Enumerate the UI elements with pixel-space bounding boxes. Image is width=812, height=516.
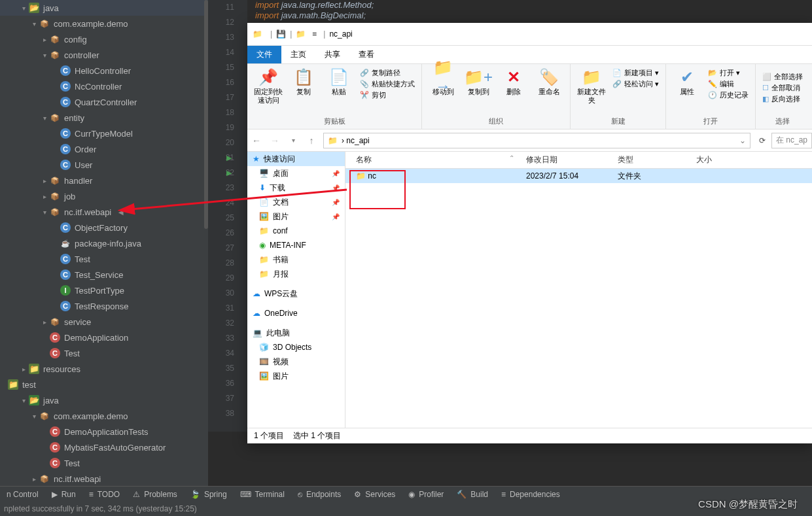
- tree-package-service[interactable]: ▸service: [0, 314, 208, 330]
- tree-package-ncitf2[interactable]: ▸nc.itf.webapi: [0, 471, 208, 487]
- tree-class[interactable]: Test_Service: [0, 267, 208, 283]
- tree-interface[interactable]: TestPortType: [0, 283, 208, 298]
- select-all-button[interactable]: ⬜全部选择: [762, 72, 803, 82]
- copy-to-button[interactable]: 📁+复制到: [461, 67, 495, 96]
- tree-class[interactable]: DemoApplication: [0, 330, 208, 345]
- nav-pictures[interactable]: 🖼️图片📌: [247, 209, 345, 224]
- tree-package-demo[interactable]: ▾com.example.demo: [0, 16, 208, 31]
- nav-desktop[interactable]: 🖥️桌面📌: [247, 166, 345, 181]
- tree-package-ncitf[interactable]: ▾nc.itf.webapi◄: [0, 204, 208, 220]
- tree-class[interactable]: NcController: [0, 78, 208, 94]
- nav-this-pc[interactable]: 💻此电脑: [247, 326, 345, 340]
- nav-pictures[interactable]: 🖼️图片: [247, 369, 345, 383]
- nav-downloads[interactable]: ⬇下载📌: [247, 181, 345, 195]
- run-gutter-icon[interactable]: ▶: [226, 165, 232, 181]
- tree-package-config[interactable]: ▸config: [0, 31, 208, 47]
- tree-folder-test[interactable]: test: [0, 377, 208, 392]
- properties-button[interactable]: ✔属性: [670, 67, 704, 101]
- path-input[interactable]: › nc_api ⌄: [323, 133, 750, 148]
- tree-package-demo2[interactable]: ▾com.example.demo: [0, 408, 208, 424]
- tree-folder-java2[interactable]: ▾java: [0, 392, 208, 408]
- todo-tab[interactable]: ≡TODO: [89, 490, 120, 499]
- delete-button[interactable]: ✕删除: [497, 67, 531, 96]
- nav-wps[interactable]: ☁WPS云盘: [247, 286, 345, 301]
- copy-path-button[interactable]: 🔗复制路径: [360, 68, 415, 78]
- explorer-titlebar[interactable]: | 💾 | = | nc_api: [247, 23, 812, 46]
- tree-class[interactable]: Test: [0, 455, 208, 471]
- tree-file[interactable]: package-info.java: [0, 235, 208, 251]
- nav-folder[interactable]: ◉META-INF: [247, 238, 345, 252]
- nav-onedrive[interactable]: ☁OneDrive: [247, 306, 345, 320]
- save-icon[interactable]: 💾: [276, 29, 286, 39]
- run-tab[interactable]: ▶Run: [52, 490, 76, 499]
- run-gutter-icon[interactable]: ▶: [226, 150, 232, 165]
- col-date[interactable]: 修改日期: [516, 154, 607, 165]
- history-button[interactable]: 🕐历史记录: [708, 90, 749, 100]
- invert-selection-button[interactable]: ◧反向选择: [762, 94, 803, 104]
- file-row-nc[interactable]: nc 2023/2/7 15:04 文件夹: [345, 169, 812, 183]
- column-headers[interactable]: 名称⌃ 修改日期 类型 大小: [345, 152, 812, 169]
- nav-quick-access[interactable]: ★快速访问: [247, 152, 345, 166]
- nav-back-button[interactable]: ←: [247, 135, 266, 146]
- nav-up-button[interactable]: ↑: [302, 135, 321, 146]
- tree-class[interactable]: User: [0, 157, 208, 173]
- tree-class[interactable]: Test: [0, 251, 208, 267]
- nav-3d-objects[interactable]: 🧊3D Objects: [247, 340, 345, 354]
- services-tab[interactable]: ⚙Services: [354, 490, 395, 499]
- refresh-button[interactable]: ⟳: [753, 136, 771, 145]
- tree-class[interactable]: CurrTypeModel: [0, 126, 208, 141]
- tree-folder-java[interactable]: ▾java: [0, 0, 208, 16]
- nav-folder[interactable]: 书籍: [247, 252, 345, 267]
- file-list[interactable]: 名称⌃ 修改日期 类型 大小 nc 2023/2/7 15:04 文件夹: [345, 152, 812, 428]
- new-folder-button[interactable]: 📁新建文件夹: [574, 67, 609, 105]
- tab-view[interactable]: 查看: [349, 46, 383, 63]
- tab-file[interactable]: 文件: [247, 46, 281, 63]
- nav-forward-button[interactable]: →: [266, 135, 284, 146]
- paste-button[interactable]: 📄粘贴: [322, 67, 356, 105]
- search-input[interactable]: 在 nc_ap: [771, 133, 812, 148]
- build-tab[interactable]: 🔨Build: [457, 490, 488, 499]
- tree-class[interactable]: TestResponse: [0, 298, 208, 314]
- col-name[interactable]: 名称⌃: [345, 154, 516, 165]
- tree-class[interactable]: DemoApplicationTests: [0, 424, 208, 439]
- nav-folder[interactable]: conf: [247, 224, 345, 238]
- open-button[interactable]: 📂打开 ▾: [708, 68, 749, 78]
- edit-button[interactable]: ✏️编辑: [708, 79, 749, 89]
- rename-button[interactable]: 🏷️重命名: [532, 67, 566, 96]
- move-to-button[interactable]: 📁→移动到: [426, 67, 460, 96]
- editor-content[interactable]: import java.lang.reflect.Method; import …: [255, 0, 374, 21]
- cut-button[interactable]: ✂️剪切: [360, 90, 415, 100]
- paste-shortcut-button[interactable]: 📎粘贴快捷方式: [360, 79, 415, 89]
- nav-recent-button[interactable]: ▾: [284, 137, 302, 144]
- nav-videos[interactable]: 🎞️视频: [247, 354, 345, 369]
- dependencies-tab[interactable]: ≡Dependencies: [501, 490, 560, 499]
- version-control-tab[interactable]: n Control: [7, 490, 39, 499]
- easy-access-button[interactable]: 🔗轻松访问 ▾: [612, 79, 659, 89]
- tree-package-controller[interactable]: ▾controller: [0, 47, 208, 63]
- endpoints-tab[interactable]: ⎋Endpoints: [298, 490, 341, 499]
- tab-home[interactable]: 主页: [281, 46, 315, 63]
- tree-class[interactable]: QuartzController: [0, 94, 208, 110]
- tree-package-entity[interactable]: ▾entity: [0, 110, 208, 126]
- tree-class[interactable]: Test: [0, 345, 208, 361]
- tree-class[interactable]: HelloController: [0, 63, 208, 78]
- navigation-pane[interactable]: ★快速访问 🖥️桌面📌 ⬇下载📌 📄文档📌 🖼️图片📌 conf ◉META-I…: [247, 152, 345, 428]
- select-none-button[interactable]: ☐全部取消: [762, 83, 803, 93]
- nav-folder[interactable]: 月报: [247, 267, 345, 281]
- col-type[interactable]: 类型: [607, 154, 686, 165]
- tree-folder-resources[interactable]: ▸resources: [0, 361, 208, 377]
- project-tree[interactable]: ▾java ▾com.example.demo ▸config ▾control…: [0, 0, 208, 494]
- chevron-down-icon[interactable]: ⌄: [739, 136, 746, 145]
- nav-documents[interactable]: 📄文档📌: [247, 195, 345, 209]
- problems-tab[interactable]: ⚠Problems: [133, 490, 177, 499]
- copy-button[interactable]: 📋复制: [287, 67, 321, 105]
- tree-package-handler[interactable]: ▸handler: [0, 173, 208, 188]
- terminal-tab[interactable]: ⌨Terminal: [240, 490, 285, 499]
- col-size[interactable]: 大小: [686, 154, 738, 165]
- new-item-button[interactable]: 📄新建项目 ▾: [612, 68, 659, 78]
- tree-class[interactable]: MybatisFastAutoGenerator: [0, 439, 208, 455]
- tab-share[interactable]: 共享: [315, 46, 349, 63]
- spring-tab[interactable]: 🍃Spring: [190, 490, 227, 499]
- pin-to-quick-access-button[interactable]: 📌固定到快速访问: [251, 67, 285, 105]
- tree-class[interactable]: ObjectFactory: [0, 220, 208, 235]
